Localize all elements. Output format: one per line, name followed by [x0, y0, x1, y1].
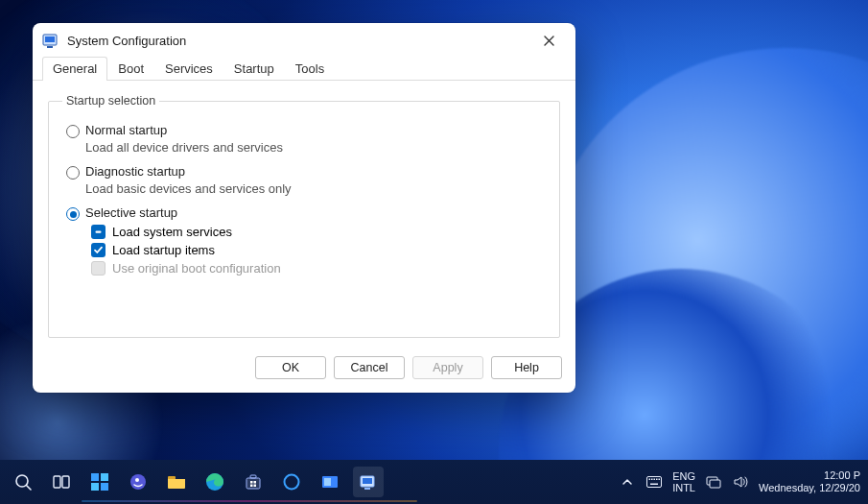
- svg-rect-33: [659, 479, 661, 481]
- checkbox-use-original-boot-config: Use original boot configuration: [91, 261, 546, 276]
- checkbox-label: Use original boot configuration: [112, 261, 281, 276]
- svg-rect-27: [364, 488, 370, 490]
- tab-label: Services: [165, 61, 213, 76]
- svg-rect-6: [54, 476, 60, 488]
- option-description: Load basic devices and services only: [85, 181, 546, 196]
- msconfig-taskbar-icon[interactable]: [353, 467, 384, 497]
- checkbox-icon: [91, 243, 106, 257]
- window-title: System Configuration: [67, 34, 528, 48]
- lang-bottom: INTL: [672, 482, 695, 493]
- svg-rect-34: [650, 484, 658, 486]
- svg-point-13: [135, 478, 139, 482]
- tab-boot[interactable]: Boot: [107, 57, 154, 81]
- option-diagnostic-startup[interactable]: Diagnostic startup: [66, 164, 546, 180]
- svg-rect-26: [363, 478, 372, 484]
- msconfig-icon: [42, 32, 59, 49]
- option-description: Load all device drivers and services: [85, 140, 546, 155]
- apply-button: Apply: [412, 356, 483, 379]
- svg-rect-36: [710, 480, 720, 488]
- cancel-button[interactable]: Cancel: [334, 356, 405, 379]
- search-icon[interactable]: [8, 467, 38, 497]
- svg-rect-11: [101, 483, 108, 491]
- network-icon[interactable]: [705, 473, 722, 491]
- tab-services[interactable]: Services: [154, 57, 223, 81]
- tab-startup[interactable]: Startup: [223, 57, 285, 81]
- close-button[interactable]: [528, 26, 570, 55]
- checkbox-icon: [91, 225, 106, 239]
- option-label: Selective startup: [85, 205, 177, 220]
- tab-tools[interactable]: Tools: [285, 57, 335, 81]
- tab-content: Startup selection Normal startup Load al…: [33, 81, 575, 348]
- teams-chat-icon[interactable]: [123, 467, 153, 497]
- tabstrip: General Boot Services Startup Tools: [33, 58, 575, 81]
- task-view-icon[interactable]: [46, 467, 77, 497]
- svg-rect-24: [324, 478, 331, 486]
- svg-rect-20: [250, 485, 253, 488]
- svg-rect-14: [168, 476, 176, 479]
- taskbar: ENG INTL 12:00 P Wednesday, 12/29/20: [0, 460, 868, 504]
- svg-rect-19: [254, 481, 257, 484]
- tab-label: Boot: [118, 61, 144, 76]
- radio-icon: [66, 166, 80, 180]
- startup-selection-group: Startup selection Normal startup Load al…: [48, 94, 560, 338]
- edge-icon[interactable]: [199, 467, 230, 497]
- svg-rect-2: [47, 46, 53, 48]
- ok-button[interactable]: OK: [255, 356, 326, 379]
- system-configuration-window: System Configuration General Boot Servic…: [33, 23, 575, 393]
- svg-rect-1: [45, 36, 55, 42]
- clock-area[interactable]: 12:00 P Wednesday, 12/29/20: [759, 469, 864, 494]
- lang-top: ENG: [672, 470, 695, 482]
- clock-date: Wednesday, 12/29/20: [759, 482, 860, 494]
- radio-icon: [66, 125, 80, 138]
- svg-point-22: [285, 475, 299, 490]
- cortana-icon[interactable]: [276, 467, 307, 497]
- svg-rect-17: [250, 475, 256, 478]
- volume-icon[interactable]: [732, 473, 749, 491]
- svg-rect-31: [654, 479, 656, 481]
- svg-rect-29: [649, 479, 651, 481]
- tab-general[interactable]: General: [42, 57, 107, 81]
- checkbox-label: Load startup items: [112, 243, 215, 257]
- button-label: OK: [282, 361, 299, 374]
- help-button[interactable]: Help: [491, 356, 562, 379]
- tab-label: Startup: [234, 61, 274, 76]
- svg-rect-30: [651, 479, 653, 481]
- svg-rect-32: [656, 479, 658, 481]
- option-label: Normal startup: [85, 123, 167, 137]
- button-label: Apply: [433, 361, 462, 374]
- file-explorer-icon[interactable]: [161, 467, 192, 497]
- dialog-buttons: OK Cancel Apply Help: [33, 348, 575, 393]
- button-label: Help: [514, 361, 539, 374]
- keyboard-icon[interactable]: [645, 473, 663, 491]
- svg-rect-16: [246, 478, 260, 489]
- svg-rect-21: [254, 485, 257, 488]
- option-label: Diagnostic startup: [85, 164, 185, 179]
- option-normal-startup[interactable]: Normal startup: [66, 123, 546, 138]
- svg-rect-28: [647, 477, 662, 488]
- language-indicator[interactable]: ENG INTL: [672, 470, 695, 493]
- svg-rect-7: [62, 476, 69, 488]
- option-selective-startup[interactable]: Selective startup: [66, 205, 546, 221]
- taskbar-right: ENG INTL 12:00 P Wednesday, 12/29/20: [619, 469, 868, 494]
- widgets-icon[interactable]: [84, 467, 115, 497]
- button-label: Cancel: [351, 361, 388, 374]
- app-icon-1[interactable]: [315, 467, 345, 497]
- tray-chevron-up-icon[interactable]: [619, 473, 636, 491]
- svg-rect-18: [250, 481, 253, 484]
- radio-icon: [66, 207, 80, 221]
- checkbox-label: Load system services: [112, 225, 232, 239]
- microsoft-store-icon[interactable]: [238, 467, 269, 497]
- checkbox-icon: [91, 261, 106, 276]
- svg-rect-9: [101, 473, 108, 481]
- titlebar[interactable]: System Configuration: [33, 23, 575, 58]
- checkbox-load-system-services[interactable]: Load system services: [91, 225, 546, 239]
- group-title: Startup selection: [62, 94, 159, 108]
- taskbar-left: [0, 467, 384, 497]
- svg-rect-3: [96, 231, 102, 233]
- clock-time: 12:00 P: [759, 469, 860, 482]
- svg-line-5: [27, 486, 32, 491]
- svg-rect-8: [91, 473, 99, 481]
- taskbar-underline: [82, 500, 417, 502]
- checkbox-load-startup-items[interactable]: Load startup items: [91, 243, 546, 257]
- svg-point-12: [130, 474, 146, 490]
